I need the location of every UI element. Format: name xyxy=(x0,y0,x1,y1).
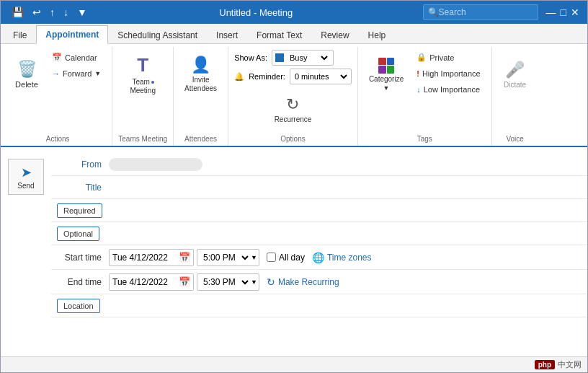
make-recurring-wrap[interactable]: ↻ Make Recurring xyxy=(267,276,339,288)
ribbon-group-options: Show As: Busy Free Tentative Out of Offi… xyxy=(228,47,358,146)
recurrence-button[interactable]: ↻ Recurrence xyxy=(270,84,317,133)
location-input[interactable] xyxy=(100,298,587,314)
forward-button[interactable]: → Forward ▼ xyxy=(47,66,106,81)
delete-icon: 🗑️ xyxy=(17,60,37,79)
tab-help[interactable]: Help xyxy=(359,26,396,44)
required-input[interactable] xyxy=(102,203,587,219)
end-time-dropdown-icon: ▼ xyxy=(251,278,257,286)
reminder-bell-icon: 🔔 xyxy=(234,72,244,82)
recurrence-label: Recurrence xyxy=(275,115,312,123)
microphone-icon: 🎤 xyxy=(505,61,525,79)
calendar-icon: 📅 xyxy=(52,53,62,62)
categorize-dropdown: ▼ xyxy=(383,84,390,92)
ribbon-group-tags: Categorize ▼ 🔒 Private ! High Importance… xyxy=(358,47,492,146)
tab-scheduling-assistant[interactable]: Scheduling Assistant xyxy=(108,26,207,44)
allday-wrap: All day xyxy=(267,253,305,263)
start-time-row: Start time 📅 5:00 PM 5:30 PM 6:00 PM ▼ xyxy=(51,245,587,270)
show-as-label: Show As: xyxy=(234,53,267,62)
close-button[interactable]: ✕ xyxy=(569,6,582,18)
tab-review[interactable]: Review xyxy=(311,26,358,44)
tab-file[interactable]: File xyxy=(4,26,36,44)
search-icon: 🔍 xyxy=(428,7,439,17)
start-calendar-icon[interactable]: 📅 xyxy=(179,252,190,263)
actions-label: Actions xyxy=(9,133,106,146)
undo-button[interactable]: ↩ xyxy=(30,6,43,18)
private-button[interactable]: 🔒 Private xyxy=(411,50,485,65)
teams-group-label: Teams Meeting xyxy=(118,133,167,146)
tab-format-text[interactable]: Format Text xyxy=(247,26,311,44)
show-as-color-indicator xyxy=(275,53,284,62)
categorize-button[interactable]: Categorize ▼ xyxy=(364,50,409,99)
customize-button[interactable]: ▼ xyxy=(75,6,89,18)
send-button[interactable]: ➤ Send xyxy=(8,159,44,195)
ribbon-group-attendees: 👤 InviteAttendees Attendees xyxy=(174,47,228,146)
redo-down-button[interactable]: ↓ xyxy=(61,6,71,18)
end-time-select[interactable]: 5:30 PM 6:00 PM 6:30 PM xyxy=(200,276,251,288)
calendar-button[interactable]: 📅 Calendar xyxy=(47,50,106,65)
window-title: Untitled - Meeting xyxy=(89,7,423,18)
teams-icon: T xyxy=(137,54,148,76)
search-input[interactable] xyxy=(439,7,525,17)
form-fields: From Title Required xyxy=(51,153,587,351)
end-date-input[interactable] xyxy=(112,277,177,287)
show-as-row: Show As: Busy Free Tentative Out of Offi… xyxy=(234,50,334,66)
forward-dropdown-icon: ▼ xyxy=(94,70,101,77)
required-row: Required xyxy=(51,199,587,222)
reminder-row: 🔔 Reminder: 0 minutes 5 minutes 10 minut… xyxy=(234,69,352,84)
reminder-label: Reminder: xyxy=(249,72,285,81)
redo-up-button[interactable]: ↑ xyxy=(48,6,57,18)
from-value-placeholder xyxy=(109,158,202,171)
end-date-wrap: 📅 xyxy=(109,273,194,291)
actions-content: 🗑️ Delete 📅 Calendar → Forward ▼ xyxy=(9,50,106,133)
low-importance-button[interactable]: ↓ Low Importance xyxy=(411,82,485,97)
tags-content: Categorize ▼ 🔒 Private ! High Importance… xyxy=(364,50,486,133)
required-cell: Required xyxy=(51,201,102,221)
attendees-group-label: Attendees xyxy=(179,133,222,146)
voice-content: 🎤 Dictate xyxy=(498,50,533,133)
start-time-select[interactable]: 5:00 PM 5:30 PM 6:00 PM xyxy=(200,252,251,263)
quick-access-toolbar: 💾 ↩ ↑ ↓ ▼ xyxy=(9,6,89,18)
optional-button[interactable]: Optional xyxy=(57,227,99,241)
start-time-wrap: 5:00 PM 5:30 PM 6:00 PM ▼ xyxy=(197,249,259,266)
invite-icon: 👤 xyxy=(191,56,210,74)
maximize-button[interactable]: □ xyxy=(558,6,569,18)
start-date-wrap: 📅 xyxy=(109,249,194,266)
timezone-wrap[interactable]: 🌐 Time zones xyxy=(312,252,372,263)
optional-row: Optional xyxy=(51,222,587,245)
save-button[interactable]: 💾 xyxy=(9,6,26,18)
teams-content: T TeamsMeeting xyxy=(125,50,161,133)
show-as-select[interactable]: Busy Free Tentative Out of Office xyxy=(287,53,330,63)
allday-checkbox[interactable] xyxy=(267,253,276,262)
invite-attendees-button[interactable]: 👤 InviteAttendees xyxy=(179,50,222,99)
title-input[interactable] xyxy=(109,180,587,196)
categorize-icon xyxy=(378,58,394,74)
search-bar[interactable]: 🔍 xyxy=(423,4,538,20)
title-label: Title xyxy=(51,183,109,193)
tab-insert[interactable]: Insert xyxy=(207,26,247,44)
reminder-select[interactable]: 0 minutes 5 minutes 10 minutes 15 minute… xyxy=(292,71,349,82)
lock-icon: 🔒 xyxy=(416,53,427,62)
teams-meeting-button[interactable]: T TeamsMeeting xyxy=(125,50,161,99)
minimize-button[interactable]: — xyxy=(544,6,558,18)
dictate-button[interactable]: 🎤 Dictate xyxy=(498,50,533,99)
recurring-icon: ↻ xyxy=(267,276,275,288)
end-time-wrap: 5:30 PM 6:00 PM 6:30 PM ▼ xyxy=(197,273,259,291)
low-importance-icon: ↓ xyxy=(416,85,421,94)
location-button[interactable]: Location xyxy=(57,299,100,313)
ribbon-group-voice: 🎤 Dictate Voice xyxy=(492,47,538,146)
delete-button[interactable]: 🗑️ Delete xyxy=(9,50,44,99)
allday-label: All day xyxy=(279,253,305,263)
end-calendar-icon[interactable]: 📅 xyxy=(179,276,190,287)
recurrence-section: ↻ Recurrence xyxy=(270,84,317,133)
start-date-input[interactable] xyxy=(112,253,177,263)
optional-input[interactable] xyxy=(99,226,587,242)
end-time-row: End time 📅 5:30 PM 6:00 PM 6:30 PM ▼ xyxy=(51,270,587,294)
required-button[interactable]: Required xyxy=(57,203,102,218)
tab-appointment[interactable]: Appointment xyxy=(36,25,108,44)
ribbon-group-actions: 🗑️ Delete 📅 Calendar → Forward ▼ Actions xyxy=(4,47,112,146)
send-label: Send xyxy=(17,182,34,190)
end-time-label: End time xyxy=(51,277,109,287)
make-recurring-label: Make Recurring xyxy=(278,277,339,287)
high-importance-button[interactable]: ! High Importance xyxy=(411,66,485,81)
private-label: Private xyxy=(429,53,454,62)
